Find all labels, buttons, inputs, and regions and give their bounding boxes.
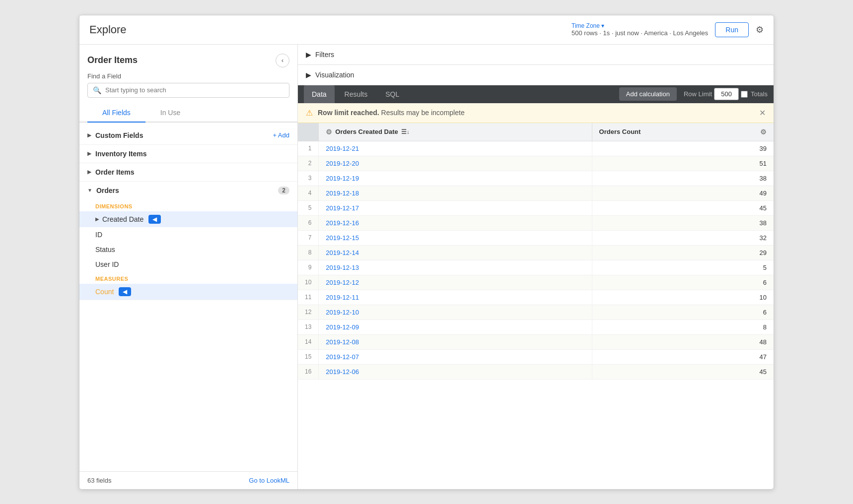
row-limit-input[interactable] xyxy=(714,88,739,100)
count-cell: 38 xyxy=(592,171,774,186)
count-cell: 45 xyxy=(592,200,774,215)
chevron-right-icon: ▶ xyxy=(87,132,91,138)
count-cell: 47 xyxy=(592,349,774,364)
data-table-container: ⚙ Orders Created Date ☰↓ Orders Count ⚙ xyxy=(298,123,774,489)
warning-close-button[interactable]: ✕ xyxy=(759,108,766,118)
sort-icon[interactable]: ☰↓ xyxy=(401,128,410,135)
field-group-inventory-items-header[interactable]: ▶ Inventory Items xyxy=(79,145,297,163)
table-body: 1 2019-12-21 39 2 2019-12-20 51 3 2019-1… xyxy=(298,141,774,379)
tab-data[interactable]: Data xyxy=(304,85,335,103)
col-orders-count-label: Orders Count xyxy=(599,128,641,135)
count-cell: 51 xyxy=(592,156,774,171)
tab-in-use[interactable]: In Use xyxy=(145,104,195,123)
add-calculation-button[interactable]: Add calculation xyxy=(619,87,677,101)
table-row: 6 2019-12-16 38 xyxy=(298,215,774,230)
app-container: Explore Time Zone ▾ 500 rows · 1s · just… xyxy=(79,15,774,490)
field-group-custom-fields-header[interactable]: ▶ Custom Fields + Add xyxy=(79,126,297,144)
warning-bar: ⚠ Row limit reached. Results may be inco… xyxy=(298,103,774,123)
field-group-order-items-label: Order Items xyxy=(95,168,135,176)
date-cell: 2019-12-20 xyxy=(319,156,592,171)
col-gear-icon[interactable]: ⚙ xyxy=(760,128,767,136)
table-row: 13 2019-12-09 8 xyxy=(298,319,774,334)
count-cell: 29 xyxy=(592,245,774,260)
table-row: 11 2019-12-11 10 xyxy=(298,290,774,305)
table-row: 9 2019-12-13 5 xyxy=(298,260,774,275)
row-number: 16 xyxy=(298,364,319,379)
count-cell: 48 xyxy=(592,334,774,349)
col-gear-icon[interactable]: ⚙ xyxy=(326,128,332,136)
date-cell: 2019-12-21 xyxy=(319,141,592,156)
field-item-count-label: Count xyxy=(95,288,114,296)
tab-all-fields[interactable]: All Fields xyxy=(87,104,145,123)
warning-text: Row limit reached. Results may be incomp… xyxy=(318,109,465,117)
table-row: 4 2019-12-18 49 xyxy=(298,186,774,200)
field-group-orders-header[interactable]: ▼ Orders 2 xyxy=(79,182,297,199)
collapse-sidebar-button[interactable]: ‹ xyxy=(276,54,289,67)
row-number: 15 xyxy=(298,349,319,364)
row-limit-label: Row Limit xyxy=(684,90,712,98)
totals-text: Totals xyxy=(751,90,768,98)
count-cell: 49 xyxy=(592,186,774,200)
find-field-label: Find a Field xyxy=(79,72,297,83)
count-cell: 6 xyxy=(592,305,774,319)
sidebar-header: Order Items ‹ xyxy=(79,45,297,72)
run-button[interactable]: Run xyxy=(715,22,749,37)
col-orders-count[interactable]: Orders Count ⚙ xyxy=(592,123,774,141)
date-cell: 2019-12-08 xyxy=(319,334,592,349)
row-number: 8 xyxy=(298,245,319,260)
totals-checkbox[interactable] xyxy=(741,91,748,98)
field-item-count[interactable]: Count ◀ xyxy=(79,284,297,300)
chevron-right-icon: ▶ xyxy=(306,71,311,79)
visualization-label: Visualization xyxy=(315,71,354,79)
date-cell: 2019-12-11 xyxy=(319,290,592,305)
date-cell: 2019-12-09 xyxy=(319,319,592,334)
filters-label: Filters xyxy=(315,51,334,59)
table-row: 16 2019-12-06 45 xyxy=(298,364,774,379)
search-container: 🔍 xyxy=(79,83,297,104)
right-panel: ▶ Filters ▶ Visualization Data Results S… xyxy=(298,45,774,489)
filters-header[interactable]: ▶ Filters xyxy=(298,45,774,64)
field-group-order-items-header[interactable]: ▶ Order Items xyxy=(79,163,297,181)
sidebar-title: Order Items xyxy=(87,55,138,65)
search-input[interactable] xyxy=(105,86,284,94)
visualization-header[interactable]: ▶ Visualization xyxy=(298,65,774,85)
app-header: Explore Time Zone ▾ 500 rows · 1s · just… xyxy=(79,15,774,45)
filters-section: ▶ Filters xyxy=(298,45,774,65)
field-item-id[interactable]: ID xyxy=(79,227,297,242)
date-cell: 2019-12-19 xyxy=(319,171,592,186)
table-row: 5 2019-12-17 45 xyxy=(298,200,774,215)
table-row: 14 2019-12-08 48 xyxy=(298,334,774,349)
row-number: 12 xyxy=(298,305,319,319)
field-group-inventory-items: ▶ Inventory Items xyxy=(79,145,297,163)
in-use-arrow-count: ◀ xyxy=(119,287,131,296)
table-header-row: ⚙ Orders Created Date ☰↓ Orders Count ⚙ xyxy=(298,123,774,141)
row-number: 1 xyxy=(298,141,319,156)
row-number: 13 xyxy=(298,319,319,334)
field-item-user-id-label: User ID xyxy=(95,260,119,268)
tab-results[interactable]: Results xyxy=(337,85,376,103)
table-row: 7 2019-12-15 32 xyxy=(298,230,774,245)
settings-gear-icon[interactable]: ⚙ xyxy=(756,24,764,35)
field-group-custom-fields-label: Custom Fields xyxy=(95,131,143,139)
date-cell: 2019-12-14 xyxy=(319,245,592,260)
field-group-orders: ▼ Orders 2 DIMENSIONS ▶ Created Date ◀ I… xyxy=(79,182,297,300)
field-group-custom-fields: ▶ Custom Fields + Add xyxy=(79,126,297,145)
col-orders-created-date[interactable]: ⚙ Orders Created Date ☰↓ xyxy=(319,123,592,141)
field-group-orders-label: Orders xyxy=(96,187,119,194)
go-to-lookml-link[interactable]: Go to LookML xyxy=(249,477,289,484)
field-item-status[interactable]: Status xyxy=(79,242,297,257)
tab-sql[interactable]: SQL xyxy=(377,85,407,103)
orders-badge: 2 xyxy=(278,187,289,194)
add-custom-field-link[interactable]: + Add xyxy=(273,131,289,139)
main-layout: Order Items ‹ Find a Field 🔍 All Fields … xyxy=(79,45,774,489)
date-cell: 2019-12-18 xyxy=(319,186,592,200)
field-item-created-date[interactable]: ▶ Created Date ◀ xyxy=(79,211,297,227)
table-row: 3 2019-12-19 38 xyxy=(298,171,774,186)
row-number: 10 xyxy=(298,275,319,290)
field-list: ▶ Custom Fields + Add ▶ Inventory Items xyxy=(79,123,297,471)
timezone-label[interactable]: Time Zone ▾ xyxy=(571,22,708,29)
count-cell: 6 xyxy=(592,275,774,290)
chevron-right-icon: ▶ xyxy=(87,169,91,175)
field-item-user-id[interactable]: User ID xyxy=(79,257,297,272)
visualization-section: ▶ Visualization xyxy=(298,65,774,85)
